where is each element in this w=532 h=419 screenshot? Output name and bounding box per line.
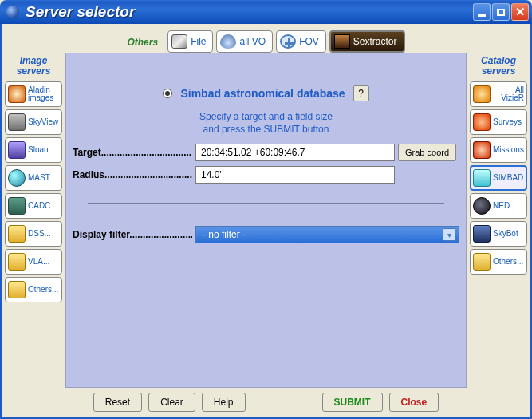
catalog-servers-column: Catalog servers All VizieR Surveys Missi…: [467, 53, 530, 388]
chevron-down-icon: ▾: [443, 228, 455, 241]
help-button[interactable]: Help: [202, 393, 246, 412]
file-icon: [171, 34, 187, 49]
window-title: Server selector: [26, 3, 473, 21]
window-body: Others File all VO FOV Sextractor Image …: [0, 24, 532, 419]
sidebar-item-label: MAST: [28, 174, 50, 183]
sidebar-item-mast[interactable]: MAST: [5, 165, 62, 191]
mast-icon: [8, 169, 26, 187]
tab-sextractor[interactable]: Sextractor: [329, 30, 405, 53]
display-filter-dropdown[interactable]: - no filter - ▾: [195, 226, 459, 243]
database-radio[interactable]: [163, 89, 172, 98]
main-area: Image servers Aladin images SkyView Sloa…: [2, 53, 530, 388]
tab-fov[interactable]: FOV: [276, 30, 326, 53]
top-tabs: Others File all VO FOV Sextractor: [2, 24, 530, 53]
folder-icon: [8, 281, 26, 298]
instruction-line: and press the SUBMIT button: [73, 124, 459, 136]
ned-icon: [473, 197, 491, 215]
missions-icon: [473, 141, 491, 159]
sidebar-item-sloan[interactable]: Sloan: [5, 137, 62, 163]
sidebar-item-cadc[interactable]: CADC: [5, 193, 62, 219]
sidebar-item-others-img[interactable]: Others...: [5, 277, 62, 302]
target-label: Target..................................…: [73, 147, 192, 158]
submit-button[interactable]: SUBMIT: [322, 393, 383, 412]
image-servers-title: Image servers: [2, 56, 65, 77]
skybot-icon: [473, 225, 491, 243]
radius-label: Radius..................................…: [73, 169, 192, 180]
sidebar-item-label: DSS...: [28, 230, 51, 239]
surveys-icon: [473, 113, 491, 131]
tab-label: Sextractor: [353, 36, 397, 47]
sidebar-item-vizier[interactable]: All VizieR: [470, 81, 527, 107]
sidebar-item-label: Aladin images: [28, 86, 59, 103]
sidebar-item-simbad[interactable]: SIMBAD: [470, 165, 527, 191]
sidebar-item-label: CADC: [28, 202, 50, 211]
sidebar-item-label: SkyBot: [493, 230, 518, 239]
sidebar-item-label: SIMBAD: [493, 174, 523, 183]
sidebar-item-aladin[interactable]: Aladin images: [5, 81, 62, 107]
radius-input[interactable]: [195, 166, 395, 184]
catalog-servers-title: Catalog servers: [467, 56, 530, 77]
sidebar-item-ned[interactable]: NED: [470, 193, 527, 219]
window-close-button[interactable]: ✕: [511, 3, 529, 21]
bottom-bar: Reset Clear Help SUBMIT Close: [2, 388, 530, 417]
folder-icon: [473, 253, 491, 271]
simbad-icon: [473, 169, 491, 187]
sextractor-icon: [334, 34, 350, 49]
dropdown-value: - no filter -: [203, 229, 246, 240]
grab-coord-button[interactable]: Grab coord: [398, 144, 456, 161]
sidebar-item-label: All VizieR: [493, 86, 524, 103]
sidebar-item-label: Missions: [493, 146, 524, 155]
sidebar-item-label: Surveys: [493, 118, 522, 127]
aladin-icon: [8, 85, 26, 103]
skyview-icon: [8, 113, 26, 131]
sidebar-item-label: Sloan: [28, 146, 49, 155]
database-title: Simbad astronomical database: [180, 87, 345, 100]
sidebar-item-dss[interactable]: DSS...: [5, 221, 62, 247]
center-panel: Simbad astronomical database ? Specify a…: [65, 53, 467, 388]
display-filter-label: Display filter..........................…: [73, 229, 192, 240]
cadc-icon: [8, 197, 26, 215]
app-icon: [6, 6, 19, 18]
tab-allvo[interactable]: all VO: [216, 30, 273, 53]
sidebar-item-label: SkyView: [28, 118, 58, 127]
image-servers-column: Image servers Aladin images SkyView Sloa…: [2, 53, 65, 388]
title-bar: Server selector ✕: [0, 0, 532, 24]
close-button[interactable]: Close: [389, 393, 439, 412]
sidebar-item-others-cat[interactable]: Others...: [470, 249, 527, 275]
sloan-icon: [8, 141, 26, 159]
vizier-icon: [473, 85, 491, 103]
help-icon-button[interactable]: ?: [353, 85, 369, 101]
instruction-line: Specify a target and a field size: [73, 111, 459, 124]
target-input[interactable]: [195, 144, 395, 161]
folder-icon: [8, 225, 26, 243]
reset-button[interactable]: Reset: [93, 393, 142, 412]
minimize-button[interactable]: [473, 3, 491, 21]
sidebar-item-surveys[interactable]: Surveys: [470, 109, 527, 135]
tab-label: FOV: [299, 36, 319, 47]
instructions: Specify a target and a field size and pr…: [73, 111, 459, 136]
sidebar-item-missions[interactable]: Missions: [470, 137, 527, 163]
sidebar-item-label: Others...: [28, 286, 58, 294]
sidebar-item-vla[interactable]: VLA...: [5, 249, 62, 275]
sidebar-item-label: VLA...: [28, 258, 49, 267]
tab-label: File: [191, 36, 206, 47]
sidebar-item-skyview[interactable]: SkyView: [5, 109, 62, 135]
sidebar-item-skybot[interactable]: SkyBot: [470, 221, 527, 247]
tab-file[interactable]: File: [167, 30, 213, 53]
clear-button[interactable]: Clear: [148, 393, 195, 412]
others-label: Others: [127, 37, 158, 53]
folder-icon: [8, 253, 26, 271]
fov-icon: [280, 34, 296, 49]
allvo-icon: [220, 34, 236, 49]
sidebar-item-label: Others...: [493, 258, 523, 267]
divider: [88, 203, 443, 204]
tab-label: all VO: [239, 36, 266, 47]
sidebar-item-label: NED: [493, 202, 510, 211]
maximize-button[interactable]: [492, 3, 510, 21]
